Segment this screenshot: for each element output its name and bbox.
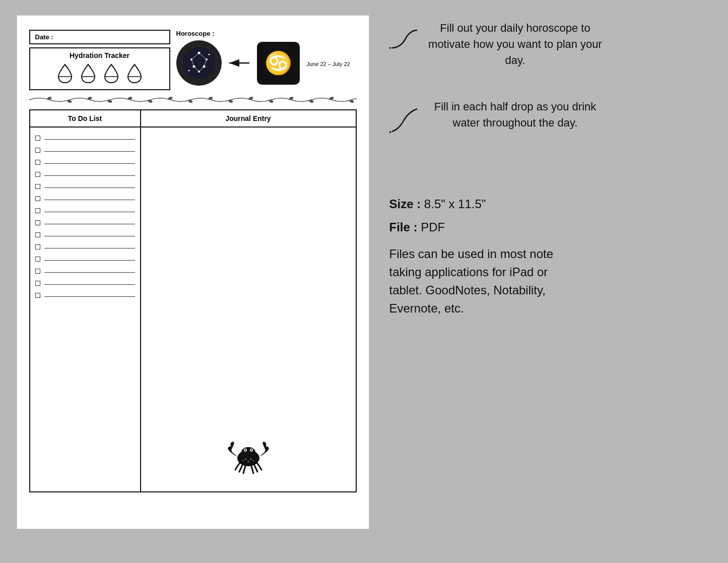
checkbox-1[interactable] xyxy=(35,136,40,141)
line-9 xyxy=(44,236,135,236)
todo-item-13 xyxy=(35,277,135,289)
checkbox-6[interactable] xyxy=(35,196,40,201)
svg-point-38 xyxy=(241,447,255,457)
svg-point-33 xyxy=(289,97,293,100)
zodiac-symbol: ♋ xyxy=(264,52,292,74)
checkbox-8[interactable] xyxy=(35,220,40,225)
todo-item-6 xyxy=(35,192,135,204)
todo-item-2 xyxy=(35,144,135,156)
arrow-zodiac-to-left xyxy=(227,55,252,71)
zodiac-symbol-box: ♋ xyxy=(257,42,300,85)
todo-items xyxy=(30,128,140,305)
svg-point-45 xyxy=(247,461,249,463)
svg-point-44 xyxy=(250,458,252,460)
line-3 xyxy=(44,163,135,164)
checkbox-14[interactable] xyxy=(35,293,40,298)
todo-item-10 xyxy=(35,240,135,253)
vine-divider xyxy=(29,94,357,105)
drop-3 xyxy=(103,64,119,86)
svg-point-27 xyxy=(168,97,172,100)
todo-item-12 xyxy=(35,265,135,277)
todo-header: To Do List xyxy=(30,110,140,128)
svg-point-34 xyxy=(309,100,313,103)
arrow-to-horoscope xyxy=(389,25,420,50)
top-section: Date : Hydration Tracker xyxy=(29,30,357,90)
line-1 xyxy=(44,139,135,140)
size-info: Size : 8.5" x 11.5" File : PDF Files can… xyxy=(389,195,611,318)
svg-point-22 xyxy=(67,100,72,103)
checkbox-9[interactable] xyxy=(35,232,40,237)
content-section: To Do List xyxy=(29,109,357,492)
svg-point-41 xyxy=(244,450,246,451)
line-11 xyxy=(44,260,135,261)
todo-item-4 xyxy=(35,168,135,180)
svg-point-24 xyxy=(107,100,112,103)
todo-item-1 xyxy=(35,132,135,144)
journal-header: Journal Entry xyxy=(141,110,356,128)
hydration-annotation-text: Fill in each half drop as you drink wate… xyxy=(420,99,611,131)
line-4 xyxy=(44,175,135,176)
svg-point-36 xyxy=(349,100,354,103)
date-box: Date : xyxy=(29,30,170,44)
line-13 xyxy=(44,284,135,285)
checkbox-5[interactable] xyxy=(35,184,40,189)
drops-row xyxy=(35,64,164,86)
todo-item-9 xyxy=(35,228,135,240)
svg-point-21 xyxy=(47,97,51,100)
annotation-hydration-block: Fill in each half drop as you drink wate… xyxy=(389,99,611,134)
svg-point-11 xyxy=(188,70,189,72)
annotation-horoscope-block: Fill out your daily horoscope to motivat… xyxy=(389,20,611,69)
crab-icon xyxy=(223,435,274,481)
line-8 xyxy=(44,224,135,224)
checkbox-10[interactable] xyxy=(35,244,40,249)
svg-point-42 xyxy=(250,450,252,451)
svg-point-29 xyxy=(208,97,213,100)
svg-point-31 xyxy=(248,97,253,100)
journal-content xyxy=(141,128,356,491)
horoscope-annotation-text: Fill out your daily horoscope to motivat… xyxy=(420,20,611,69)
svg-point-30 xyxy=(228,100,233,103)
file-value: PDF xyxy=(421,220,445,234)
svg-point-12 xyxy=(208,54,210,55)
line-14 xyxy=(44,296,135,297)
checkbox-13[interactable] xyxy=(35,281,40,286)
todo-item-5 xyxy=(35,180,135,192)
checkbox-4[interactable] xyxy=(35,172,40,177)
svg-point-26 xyxy=(148,100,152,103)
checkbox-3[interactable] xyxy=(35,160,40,165)
svg-point-23 xyxy=(87,97,92,100)
line-10 xyxy=(44,248,135,248)
checkbox-7[interactable] xyxy=(35,208,40,213)
constellation-circle xyxy=(176,40,222,86)
checkbox-11[interactable] xyxy=(35,257,40,262)
line-6 xyxy=(44,200,135,200)
drop-4 xyxy=(126,64,143,86)
size-value: 8.5" x 11.5" xyxy=(424,197,486,211)
date-label: Date : xyxy=(35,33,53,41)
todo-item-7 xyxy=(35,204,135,216)
size-label: Size : xyxy=(389,197,421,211)
svg-point-47 xyxy=(252,460,254,462)
drop-1 xyxy=(57,64,73,86)
svg-point-32 xyxy=(269,100,273,103)
svg-point-43 xyxy=(245,458,247,460)
horoscope-section: Horoscope : xyxy=(176,30,357,86)
drop-2 xyxy=(80,64,96,86)
hydration-title: Hydration Tracker xyxy=(35,51,164,59)
file-line: File : PDF xyxy=(389,218,611,237)
horoscope-images: ♋ June 22 – July 22 xyxy=(176,40,357,86)
svg-point-46 xyxy=(242,460,244,462)
line-7 xyxy=(44,212,135,212)
file-label: File : xyxy=(389,220,418,234)
line-2 xyxy=(44,151,135,152)
size-line: Size : 8.5" x 11.5" xyxy=(389,195,611,214)
todo-item-14 xyxy=(35,289,135,301)
hydration-box: Hydration Tracker xyxy=(29,47,170,90)
todo-item-8 xyxy=(35,216,135,228)
files-description: Files can be used in most note taking ap… xyxy=(389,245,581,318)
right-panel: Fill out your daily horoscope to motivat… xyxy=(389,15,611,318)
svg-point-35 xyxy=(329,97,334,100)
checkbox-12[interactable] xyxy=(35,269,40,274)
todo-item-11 xyxy=(35,253,135,265)
checkbox-2[interactable] xyxy=(35,148,40,153)
